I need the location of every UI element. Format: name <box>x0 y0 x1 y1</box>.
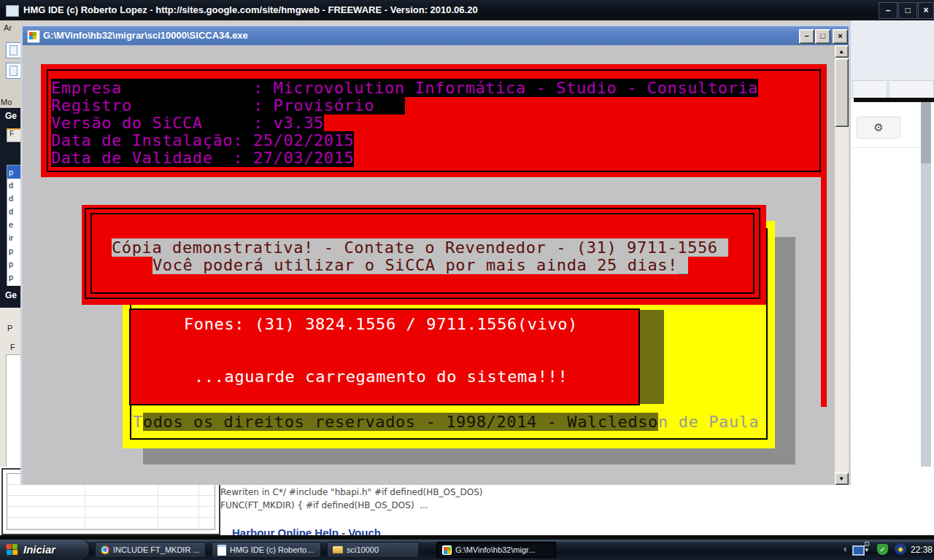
toolbar-fragment: Mo <box>1 98 12 106</box>
text-cursor: _ <box>678 256 688 274</box>
browser-tab-fragment[interactable] <box>889 80 934 99</box>
dos-app-icon <box>442 545 452 555</box>
info-line: Data de Instalação: 25/02/2015 <box>51 132 354 149</box>
ide-panel-3: P F <box>0 308 20 487</box>
tray-clock[interactable]: 22:38 <box>911 545 933 555</box>
list-item[interactable]: p <box>7 257 21 271</box>
main-window-titlebar[interactable]: HMG IDE (c) Roberto Lopez - http://sites… <box>0 0 934 20</box>
demo-message-box: Cópia demonstrativa! - Contate o Revende… <box>82 205 766 305</box>
yellow-window-shadow <box>775 237 795 464</box>
list-item[interactable]: p <box>7 271 21 284</box>
demo-line-2: Você poderá utilizar o SiCCA por mais ai… <box>153 257 688 274</box>
window-arrows-icon[interactable]: ⊡▾ <box>864 541 870 553</box>
taskbar-item-label: G:\MVinfo\hb32\migr... <box>455 545 535 554</box>
panel-3-tab[interactable]: P <box>7 324 12 332</box>
open-file-button[interactable] <box>6 63 21 79</box>
gear-button[interactable]: ⚙ <box>857 117 900 139</box>
panel-1-header: Ge <box>5 111 17 121</box>
folder-icon <box>333 546 343 553</box>
loading-line: ...aguarde carregamento do sistema!!! <box>194 368 568 386</box>
scrollbar-thumb[interactable] <box>835 58 849 127</box>
taskbar-item-label: INCLUDE FT_MKDIR ... <box>113 545 200 554</box>
panel-3-label: F <box>10 343 15 351</box>
list-item[interactable]: p <box>7 166 21 179</box>
document-icon <box>9 66 18 76</box>
close-button[interactable]: × <box>918 2 934 19</box>
taskbar: Iniciar INCLUDE FT_MKDIR ... HMG IDE (c)… <box>0 540 934 560</box>
code-line-1: Rewriten in C*/ #include "hbapi.h" #if d… <box>220 487 482 497</box>
gear-icon: ⚙ <box>873 121 883 133</box>
browser-scrollbar-thumb[interactable] <box>921 102 931 163</box>
display-tray-icon[interactable] <box>852 545 865 556</box>
info-line: Empresa : Microvolution Informática - St… <box>51 79 758 97</box>
ide-panel-2: Ge <box>0 286 20 308</box>
divider <box>851 147 921 148</box>
list-item[interactable]: d <box>7 192 21 205</box>
taskbar-item-console[interactable]: G:\MVinfo\hb32\migr... <box>436 542 556 558</box>
window-icon <box>217 545 226 556</box>
console-client-area: Empresa : Microvolution Informática - St… <box>23 45 849 485</box>
list-item[interactable]: d <box>7 205 21 218</box>
phones-line: Fones: (31) 3824.1556 / 9711.1556(vivo) <box>184 316 578 333</box>
file-list: p d d d e ir p p p p <box>7 165 22 303</box>
code-line-2: FUNC(FT_MKDIR) { #if defined(HB_OS_DOS) … <box>220 500 428 510</box>
taskbar-item-label: sci10000 <box>347 545 379 554</box>
ide-left-strip: Ar Mo Ge F p d d d e ir p p p p Ge P F <box>0 20 20 540</box>
scroll-up-button[interactable]: ▲ <box>835 45 849 58</box>
start-label: Iniciar <box>23 543 55 556</box>
dos-app-icon <box>27 30 40 43</box>
menu-fragment[interactable]: Ar <box>4 23 12 32</box>
maximize-button[interactable]: □ <box>898 2 917 19</box>
desktop: HMG IDE (c) Roberto Lopez - http://sites… <box>0 0 934 560</box>
demo-line-1: Cópia demonstrativa! - Contate o Revende… <box>112 239 728 257</box>
panel-2-header: Ge <box>5 290 17 300</box>
panel-3-box <box>6 354 21 472</box>
scroll-down-button[interactable]: ▼ <box>835 472 849 485</box>
taskbar-item-label: HMG IDE (c) Roberto ... <box>230 545 315 554</box>
console-window: G:\MVinfo\hb32\migrar\sci10000\SICCA34.e… <box>20 24 851 485</box>
yellow-window-shadow <box>143 448 795 464</box>
app-window-icon <box>6 5 19 17</box>
tray-expand-icon[interactable]: ‹ <box>844 543 846 554</box>
main-window-title: HMG IDE (c) Roberto Lopez - http://sites… <box>23 4 478 15</box>
console-titlebar[interactable]: G:\MVinfo\hb32\migrar\sci10000\SICCA34.e… <box>23 26 849 45</box>
taskbar-item-chrome[interactable]: INCLUDE FT_MKDIR ... <box>95 542 206 558</box>
list-item[interactable]: d <box>7 179 21 192</box>
new-file-button[interactable] <box>6 42 21 58</box>
info-line: Versão do SiCCA : v3.35 <box>51 114 324 132</box>
document-icon <box>9 45 18 55</box>
list-item[interactable]: ir <box>7 231 21 244</box>
browser-right-strip: ⚙ <box>851 20 934 540</box>
console-maximize-button[interactable]: □ <box>815 29 830 44</box>
chrome-icon <box>101 545 109 554</box>
tray-app-icon[interactable]: ◆ <box>895 543 906 555</box>
copyright-line: Todos os direitos reservados - 1998/2014… <box>133 413 759 431</box>
browser-toolbar-area <box>851 20 934 99</box>
windows-logo-icon <box>7 544 19 556</box>
taskbar-item-hmg-ide[interactable]: HMG IDE (c) Roberto ... <box>212 542 321 558</box>
taskbar-item-folder[interactable]: sci10000 <box>327 542 419 558</box>
start-button[interactable]: Iniciar <box>0 540 89 560</box>
license-info-box: Empresa : Microvolution Informática - St… <box>41 64 827 177</box>
console-minimize-button[interactable]: – <box>799 29 814 44</box>
red-column-strip <box>821 177 827 407</box>
list-item[interactable]: p <box>7 244 21 257</box>
list-item[interactable]: e <box>7 218 21 231</box>
info-line: Registro : Provisório <box>51 97 405 114</box>
info-line: Data de Validade : 27/03/2015 <box>51 149 354 167</box>
browser-tab-fragment[interactable] <box>852 80 887 99</box>
console-close-button[interactable]: × <box>833 29 848 44</box>
security-shield-icon[interactable]: ✓ <box>877 544 888 555</box>
console-title: G:\MVinfo\hb32\migrar\sci10000\SICCA34.e… <box>43 30 248 41</box>
phones-box-shadow <box>640 310 664 404</box>
minimize-button[interactable]: – <box>879 2 898 19</box>
